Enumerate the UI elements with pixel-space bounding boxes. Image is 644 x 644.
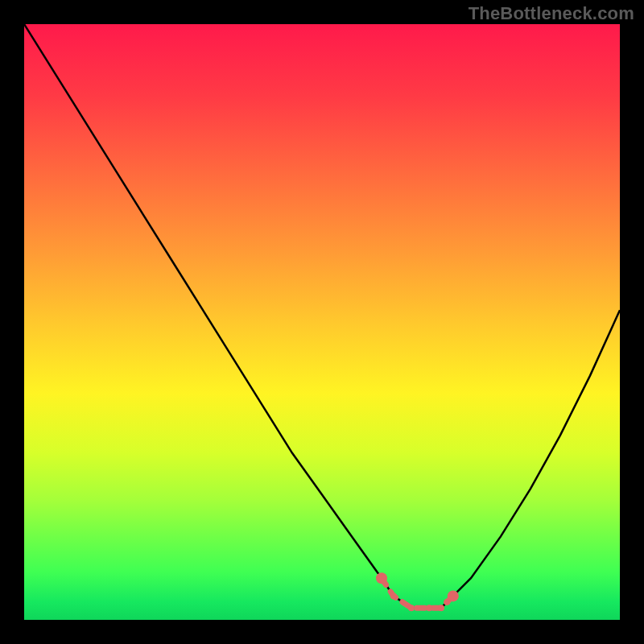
svg-point-4 [426,605,432,611]
svg-point-5 [438,605,444,611]
svg-point-3 [408,605,415,611]
plot-area [24,24,620,620]
watermark-text: TheBottleneck.com [469,3,634,24]
svg-point-0 [376,572,387,584]
optimal-zone-markers [24,24,620,620]
svg-point-2 [390,592,397,599]
svg-point-6 [444,599,450,605]
chart-frame: TheBottleneck.com [0,0,644,644]
